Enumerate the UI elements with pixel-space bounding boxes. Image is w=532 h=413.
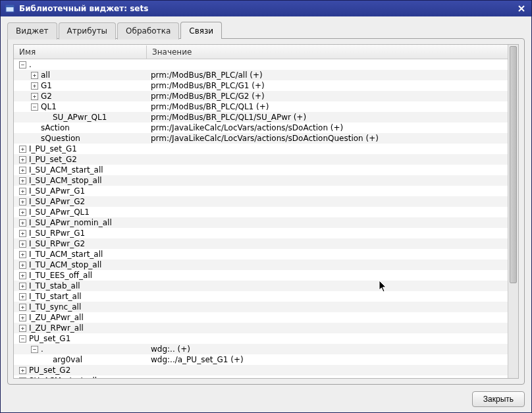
expand-icon[interactable]: + <box>19 304 26 311</box>
expand-icon[interactable]: + <box>19 156 26 163</box>
expand-icon[interactable]: + <box>19 251 26 258</box>
tab-widget[interactable]: Виджет <box>7 22 57 40</box>
tree-row[interactable]: +I_TU_ACM_start_all <box>14 249 508 260</box>
expand-icon[interactable]: + <box>19 209 26 216</box>
tab-processing[interactable]: Обработка <box>117 22 179 40</box>
tree-row[interactable]: +I_TU_EES_off_all <box>14 270 508 281</box>
expand-icon[interactable]: + <box>19 177 26 184</box>
tree-cell-value[interactable] <box>147 59 508 70</box>
tree-row[interactable]: +I_ZU_RPwr_all <box>14 323 508 333</box>
tree-row[interactable]: +I_TU_ACM_stop_all <box>14 260 508 270</box>
tree-cell-value[interactable] <box>147 312 508 323</box>
titlebar[interactable]: Библиотечный виджет: sets <box>1 1 531 16</box>
close-icon[interactable] <box>516 3 527 14</box>
tree-row[interactable]: −PU_set_G1 <box>14 333 508 344</box>
expand-icon[interactable]: + <box>19 167 26 174</box>
tree-row[interactable]: +PU_set_G2 <box>14 365 508 375</box>
tab-links[interactable]: Связи <box>180 22 222 39</box>
tree-cell-value[interactable] <box>147 260 508 270</box>
scrollbar[interactable] <box>508 45 518 378</box>
expand-icon[interactable]: + <box>19 146 26 153</box>
tree-row[interactable]: +I_PU_set_G2 <box>14 154 508 165</box>
tab-attributes[interactable]: Атрибуты <box>59 22 117 40</box>
tree-row[interactable]: +I_SU_APwr_QL1 <box>14 207 508 217</box>
scrollbar-thumb[interactable] <box>510 46 517 283</box>
tree-cell-value[interactable]: prm:/ModBus/BR_PLC/G1 (+) <box>147 80 508 91</box>
tree-cell-value[interactable]: wdg:.. (+) <box>147 344 508 354</box>
expand-icon[interactable]: + <box>19 293 26 300</box>
expand-icon[interactable]: + <box>19 325 26 332</box>
tree-row[interactable]: sQuestionprm:/JavaLikeCalc/LocVars/actio… <box>14 133 508 144</box>
expand-icon[interactable]: + <box>19 188 26 195</box>
expand-icon[interactable]: + <box>31 82 38 90</box>
tree-cell-value[interactable] <box>147 175 508 186</box>
expand-icon[interactable]: + <box>19 240 26 248</box>
tree-cell-value[interactable] <box>147 291 508 302</box>
collapse-icon[interactable]: − <box>31 346 38 353</box>
tree-row[interactable]: +I_ZU_APwr_all <box>14 312 508 323</box>
tree-row[interactable]: +I_SU_ACM_stop_all <box>14 175 508 186</box>
collapse-icon[interactable]: − <box>31 103 38 111</box>
tree-row[interactable]: +I_TU_stab_all <box>14 281 508 291</box>
tree-row[interactable]: +SU_ACM_start_all <box>14 375 508 378</box>
tree-cell-value[interactable] <box>147 144 508 154</box>
tree-cell-value[interactable] <box>147 217 508 228</box>
tree-row[interactable]: +G2prm:/ModBus/BR_PLC/G2 (+) <box>14 91 508 101</box>
tree-row[interactable]: −.wdg:.. (+) <box>14 344 508 354</box>
tree-cell-value[interactable] <box>147 270 508 281</box>
collapse-icon[interactable]: − <box>19 61 26 69</box>
tree-cell-value[interactable] <box>147 228 508 238</box>
tree-row[interactable]: +I_SU_RPwr_G1 <box>14 228 508 238</box>
collapse-icon[interactable]: − <box>19 335 26 343</box>
close-button[interactable]: Закрыть <box>472 391 525 407</box>
tree-cell-value[interactable]: prm:/JavaLikeCalc/LocVars/actions/sDoAct… <box>147 133 508 144</box>
tree-cell-value[interactable] <box>147 365 508 375</box>
tree-cell-value[interactable] <box>147 207 508 217</box>
tree-cell-value[interactable] <box>147 323 508 333</box>
col-header-name[interactable]: Имя <box>14 45 147 59</box>
tree-row[interactable]: arg0valwdg:../a_PU_set_G1 (+) <box>14 354 508 365</box>
tree-row[interactable]: −. <box>14 59 508 70</box>
tree-row[interactable]: +G1prm:/ModBus/BR_PLC/G1 (+) <box>14 80 508 91</box>
expand-icon[interactable]: + <box>19 230 26 237</box>
expand-icon[interactable]: + <box>19 198 26 206</box>
tree-row[interactable]: +I_PU_set_G1 <box>14 144 508 154</box>
tree-row[interactable]: +I_SU_ACM_start_all <box>14 165 508 175</box>
tree-row[interactable]: +I_SU_RPwr_G2 <box>14 238 508 249</box>
tree-cell-value[interactable]: prm:/JavaLikeCalc/LocVars/actions/sDoAct… <box>147 123 508 133</box>
expand-icon[interactable]: + <box>31 72 38 79</box>
expand-icon[interactable]: + <box>19 219 26 227</box>
tree-row[interactable]: sActionprm:/JavaLikeCalc/LocVars/actions… <box>14 123 508 133</box>
tree-cell-value[interactable] <box>147 302 508 312</box>
expand-icon[interactable]: + <box>31 93 38 100</box>
tree-cell-value[interactable] <box>147 333 508 344</box>
tree-cell-value[interactable] <box>147 375 508 378</box>
expand-icon[interactable]: + <box>19 367 26 374</box>
tree-cell-value[interactable]: prm:/ModBus/BR_PLC/QL1 (+) <box>147 101 508 112</box>
tree-cell-value[interactable] <box>147 196 508 207</box>
tree-row[interactable]: +allprm:/ModBus/BR_PLC/all (+) <box>14 70 508 80</box>
tree-row[interactable]: +I_TU_sync_all <box>14 302 508 312</box>
tree-cell-value[interactable] <box>147 281 508 291</box>
tree-row[interactable]: +I_SU_APwr_G2 <box>14 196 508 207</box>
tree-row[interactable]: +I_TU_start_all <box>14 291 508 302</box>
tree-row[interactable]: +I_SU_APwr_G1 <box>14 186 508 196</box>
tree-row[interactable]: −QL1prm:/ModBus/BR_PLC/QL1 (+) <box>14 101 508 112</box>
tree-row[interactable]: +I_SU_APwr_nomin_all <box>14 217 508 228</box>
tree-body[interactable]: −.+allprm:/ModBus/BR_PLC/all (+)+G1prm:/… <box>14 59 508 378</box>
tree-cell-value[interactable] <box>147 249 508 260</box>
expand-icon[interactable]: + <box>19 314 26 321</box>
tree-cell-value[interactable] <box>147 186 508 196</box>
expand-icon[interactable]: + <box>19 377 26 379</box>
expand-icon[interactable]: + <box>19 283 26 290</box>
tree-cell-value[interactable] <box>147 154 508 165</box>
expand-icon[interactable]: + <box>19 272 26 279</box>
tree-row[interactable]: SU_APwr_QL1prm:/ModBus/BR_PLC/QL1/SU_APw… <box>14 112 508 123</box>
tree-cell-value[interactable] <box>147 238 508 249</box>
expand-icon[interactable]: + <box>19 262 26 269</box>
tree-cell-value[interactable]: prm:/ModBus/BR_PLC/G2 (+) <box>147 91 508 101</box>
tree-cell-value[interactable]: prm:/ModBus/BR_PLC/QL1/SU_APwr (+) <box>147 112 508 123</box>
col-header-value[interactable]: Значение <box>147 45 508 59</box>
tree-cell-value[interactable] <box>147 165 508 175</box>
tree-cell-value[interactable]: wdg:../a_PU_set_G1 (+) <box>147 354 508 365</box>
